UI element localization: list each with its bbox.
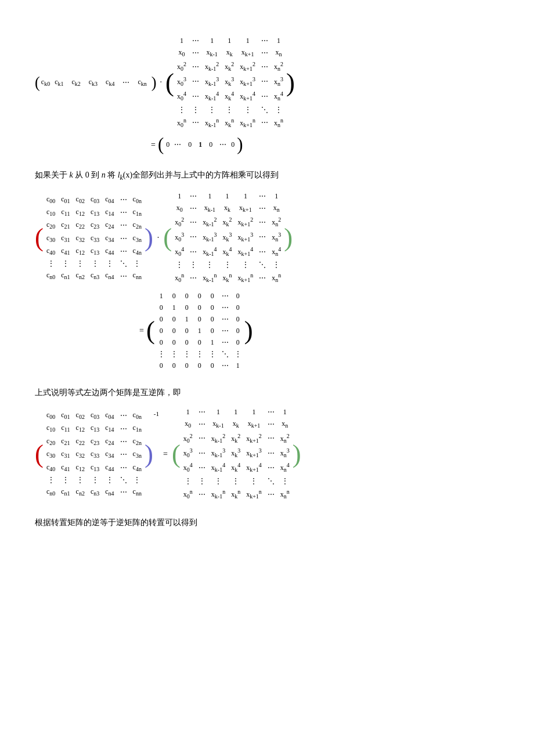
page: ( ck0 ck1 ck2 ck3 ck4 ⋯ ckn ) · ( 1 ⋯ 1	[35, 35, 499, 531]
vandermonde-matrix-table: 1 ⋯ 1 1 1 ⋯ 1 x0 ⋯ xk-1 xk xk+1 ⋯	[172, 190, 284, 285]
second-equation-section: ( c00 c01 c02 c03 c04 ⋯ c0n c10 c11 c1	[35, 190, 499, 371]
result-eq: = ( 0 ⋯ 0 1 0 ⋯ 0 )	[151, 136, 499, 154]
first-equation: ( ck0 ck1 ck2 ck3 ck4 ⋯ ckn ) · ( 1 ⋯ 1	[35, 35, 499, 130]
left-paren: (	[35, 75, 40, 90]
row-vector: ( ck0 ck1 ck2 ck3 ck4 ⋯ ckn )	[35, 75, 157, 90]
second-equation: ( c00 c01 c02 c03 c04 ⋯ c0n c10 c11 c1	[35, 190, 499, 285]
third-equation: ( c00 c01 c02 c03 c04 ⋯ c0n c10	[35, 406, 499, 501]
vandermonde-matrix-inv-table: 1 ⋯ 1 1 1 ⋯ 1 x0 ⋯ xk-1 xk xk+1 ⋯	[181, 406, 293, 501]
coeff-matrix-inv-table: c00 c01 c02 c03 c04 ⋯ c0n c10 c11 c12	[44, 409, 145, 498]
identity-matrix: ( 1 0 0 0 0 ⋯ 0 0 1 0 0	[146, 290, 253, 371]
inverse-note-text: 上式说明等式左边两个矩阵是互逆阵，即	[35, 385, 499, 401]
final-note-text: 根据转置矩阵的逆等于逆矩阵的转置可以得到	[35, 515, 499, 531]
explanation-text: 如果关于 k 从 0 到 n 将 lk(x)全部列出并与上式中的方阵相乘可以得到	[35, 168, 499, 185]
identity-matrix-table: 1 0 0 0 0 ⋯ 0 0 1 0 0 0 ⋯	[155, 290, 244, 371]
vandermonde-matrix: ( 1 ⋯ 1 1 1 ⋯ 1 x0 ⋯ xk-1	[165, 35, 295, 130]
coeff-matrix-table: c00 c01 c02 c03 c04 ⋯ c0n c10 c11 c12 c1…	[44, 193, 145, 283]
third-equation-section: ( c00 c01 c02 c03 c04 ⋯ c0n c10	[35, 406, 499, 501]
matrix-table: 1 ⋯ 1 1 1 ⋯ 1 x0 ⋯ xk-1 xk xk+1 ⋯	[174, 35, 286, 130]
vandermonde-matrix-3: ( 1 ⋯ 1 1 1 ⋯ 1 x0 ⋯ xk-1	[172, 406, 301, 501]
identity-result: = ( 1 0 0 0 0 ⋯ 0 0 1 0	[139, 290, 499, 371]
coeff-matrix: ( c00 c01 c02 c03 c04 ⋯ c0n c10 c11 c1	[35, 193, 153, 283]
first-equation-section: ( ck0 ck1 ck2 ck3 ck4 ⋯ ckn ) · ( 1 ⋯ 1	[35, 35, 499, 154]
matrix-right-bracket: )	[286, 70, 295, 96]
right-paren: )	[151, 75, 157, 90]
vandermonde-matrix-2: ( 1 ⋯ 1 1 1 ⋯ 1 x0 ⋯ xk-1	[163, 190, 293, 285]
matrix-left-bracket: (	[165, 70, 174, 96]
coeff-matrix-inv: ( c00 c01 c02 c03 c04 ⋯ c0n c10	[35, 409, 159, 498]
